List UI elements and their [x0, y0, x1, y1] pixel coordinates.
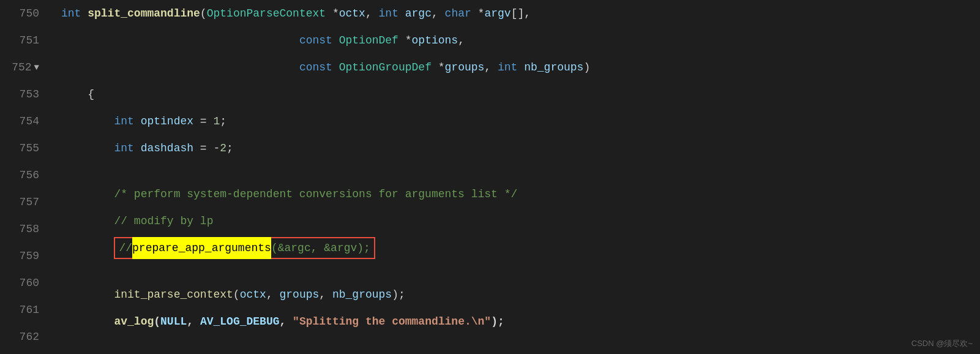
- code-line-755: int dashdash = -2;: [61, 135, 980, 162]
- line-num-752: 752▼: [0, 54, 49, 81]
- code-line-754: int optindex = 1;: [61, 108, 980, 135]
- code-content: int split_commandline(OptionParseContext…: [49, 0, 980, 354]
- code-line-756: [61, 162, 980, 181]
- code-line-759: //prepare_app_arguments(&argc, &argv);: [61, 235, 980, 262]
- line-num-751: 751: [0, 27, 49, 54]
- code-line-757: /* perform system-dependent conversions …: [61, 181, 980, 208]
- line-num-762: 762: [0, 323, 49, 350]
- code-line-761: init_parse_context(octx, groups, nb_grou…: [61, 281, 980, 308]
- line-num-763: 763: [0, 350, 49, 354]
- line-num-761: 761: [0, 296, 49, 323]
- code-line-753: {: [61, 81, 980, 108]
- code-line-752: const OptionGroupDef *groups, int nb_gro…: [61, 54, 980, 81]
- line-num-759: 759: [0, 243, 49, 269]
- code-line-750: int split_commandline(OptionParseContext…: [61, 0, 980, 27]
- line-num-753: 753: [0, 81, 49, 108]
- code-editor: 750 751 752▼ 753 754 755 756 757 758 759…: [0, 0, 980, 354]
- code-line-758: // modify by lp: [61, 208, 980, 235]
- line-num-754: 754: [0, 108, 49, 135]
- line-num-758: 758: [0, 216, 49, 243]
- function-name-750: split_commandline: [88, 0, 200, 27]
- code-line-760: [61, 262, 980, 281]
- line-num-757: 757: [0, 189, 49, 216]
- line-num-755: 755: [0, 135, 49, 162]
- line-num-756: 756: [0, 162, 49, 189]
- line-numbers: 750 751 752▼ 753 754 755 756 757 758 759…: [0, 0, 49, 354]
- watermark: CSDN @须尽欢~: [911, 338, 973, 349]
- line-num-750: 750: [0, 0, 49, 27]
- keyword-int-750: int: [61, 0, 81, 27]
- code-line-763: [61, 335, 980, 354]
- code-line-762: av_log(NULL, AV_LOG_DEBUG, "Splitting th…: [61, 308, 980, 335]
- code-line-751: const OptionDef *options,: [61, 27, 980, 54]
- line-num-760: 760: [0, 269, 49, 296]
- fold-arrow[interactable]: ▼: [34, 54, 39, 81]
- highlighted-line-box: //prepare_app_arguments(&argc, &argv);: [114, 237, 375, 259]
- highlighted-text: prepare_app_arguments: [132, 237, 271, 259]
